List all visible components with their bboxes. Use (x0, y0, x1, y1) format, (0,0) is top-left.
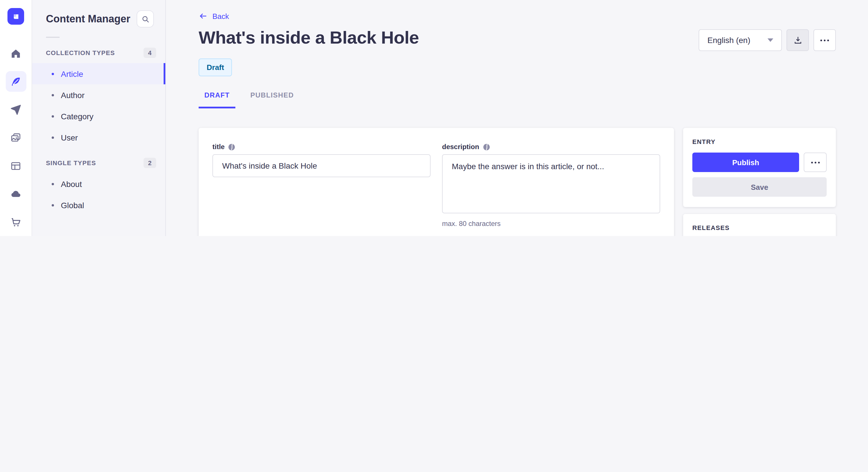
app-rail: KD (0, 0, 32, 236)
download-button[interactable] (786, 29, 809, 51)
releases-panel: RELEASES Will be published in Spring Sum… (683, 214, 836, 236)
sidebar-item-category[interactable]: Category (32, 105, 165, 127)
single-types-section: SINGLE TYPES 2 About Global (32, 153, 165, 216)
sidebar-divider (46, 37, 60, 38)
field-description: description Maybe the answer is in this … (442, 143, 660, 228)
media-library-icon[interactable] (5, 127, 26, 148)
strapi-admin: KD Content Manager COLLECTION TYPES 4 Ar… (0, 0, 868, 236)
save-button[interactable]: Save (692, 177, 827, 197)
description-hint: max. 80 characters (442, 220, 660, 228)
ellipsis-icon (811, 162, 819, 163)
cloud-icon[interactable] (5, 183, 26, 204)
more-options-button[interactable] (813, 29, 836, 51)
strapi-logo[interactable] (7, 8, 24, 25)
back-arrow-icon (198, 11, 208, 21)
field-title: title (212, 143, 431, 177)
bullet-icon (52, 115, 54, 117)
home-icon[interactable] (5, 43, 26, 64)
entry-panel: ENTRY Publish Save (683, 128, 836, 207)
globe-icon (228, 143, 236, 150)
tab-draft[interactable]: DRAFT (198, 88, 236, 108)
section-label: COLLECTION TYPES (46, 49, 115, 56)
rail-nav (5, 43, 26, 236)
page-title: What's inside a Black Hole (198, 28, 419, 48)
section-count-badge: 4 (144, 47, 156, 58)
locale-select[interactable]: English (en) (699, 29, 782, 51)
description-field-label: description (442, 143, 479, 151)
strapi-logo-icon (11, 12, 20, 21)
bullet-icon (52, 94, 54, 96)
bullet-icon (52, 204, 54, 206)
title-field-label: title (212, 143, 225, 151)
description-textarea[interactable]: Maybe the answer is in this article, or … (442, 154, 660, 213)
releases-heading: RELEASES (692, 224, 827, 231)
search-icon (141, 14, 150, 23)
sidebar-item-article[interactable]: Article (32, 63, 165, 84)
sidebar-item-label: Author (61, 90, 85, 100)
bullet-icon (52, 72, 54, 75)
globe-icon (483, 143, 490, 150)
sidebar-item-label: Category (61, 111, 94, 121)
publish-button[interactable]: Publish (692, 153, 799, 172)
cart-icon[interactable] (5, 212, 26, 232)
title-input[interactable] (212, 154, 431, 177)
entry-more-button[interactable] (804, 153, 827, 172)
tab-published[interactable]: PUBLISHED (245, 88, 299, 108)
sidebar-item-label: User (61, 133, 78, 142)
sidebar-item-user[interactable]: User (32, 127, 165, 148)
sidebar-item-label: Global (61, 200, 84, 210)
right-panels: ENTRY Publish Save RELEASES Will be publ… (683, 128, 836, 236)
search-button[interactable] (136, 10, 154, 28)
bullet-icon (52, 136, 54, 138)
bullet-icon (52, 183, 54, 185)
ellipsis-icon (820, 39, 829, 41)
section-count-badge: 2 (144, 158, 156, 168)
send-icon[interactable] (5, 99, 26, 120)
sidebar-title: Content Manager (46, 13, 130, 25)
version-tabs: DRAFT PUBLISHED (198, 88, 836, 108)
download-icon (793, 36, 802, 45)
section-label: SINGLE TYPES (46, 160, 96, 166)
entry-heading: ENTRY (692, 138, 827, 145)
status-badge: Draft (198, 59, 232, 76)
sidebar-item-label: Article (61, 69, 83, 78)
chevron-down-icon (768, 38, 773, 42)
content-manager-sidebar: Content Manager COLLECTION TYPES 4 Artic… (32, 0, 166, 236)
back-label: Back (212, 12, 229, 20)
sidebar-item-label: About (61, 179, 82, 189)
main-content: Back What's inside a Black Hole English … (166, 0, 868, 236)
collection-types-section: COLLECTION TYPES 4 Article Author Catego… (32, 42, 165, 148)
back-link[interactable]: Back (198, 11, 229, 21)
entry-form-card: title description Maybe the answer is in… (198, 128, 674, 236)
locale-value: English (en) (708, 36, 750, 45)
content-manager-feather-icon[interactable] (5, 71, 26, 92)
layout-icon[interactable] (5, 156, 26, 176)
sidebar-item-author[interactable]: Author (32, 84, 165, 105)
sidebar-item-global[interactable]: Global (32, 194, 165, 216)
sidebar-item-about[interactable]: About (32, 173, 165, 194)
